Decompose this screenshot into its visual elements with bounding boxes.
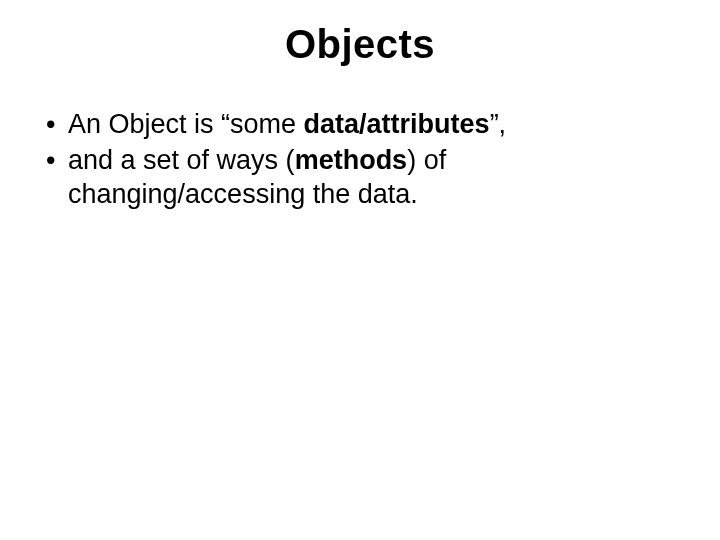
list-item: An Object is “some data/attributes”,	[42, 108, 678, 142]
bullet-text-bold: data/attributes	[304, 109, 490, 139]
bullet-text-pre: An Object is “some	[68, 109, 304, 139]
slide-body: An Object is “some data/attributes”, and…	[42, 108, 678, 213]
bullet-list: An Object is “some data/attributes”, and…	[42, 108, 678, 211]
slide-title: Objects	[0, 22, 720, 67]
bullet-text-pre: and a set of ways (	[68, 145, 295, 175]
slide: Objects An Object is “some data/attribut…	[0, 0, 720, 540]
bullet-text-post: ”,	[490, 109, 507, 139]
list-item: and a set of ways (methods) of changing/…	[42, 144, 678, 212]
bullet-text-bold: methods	[295, 145, 408, 175]
